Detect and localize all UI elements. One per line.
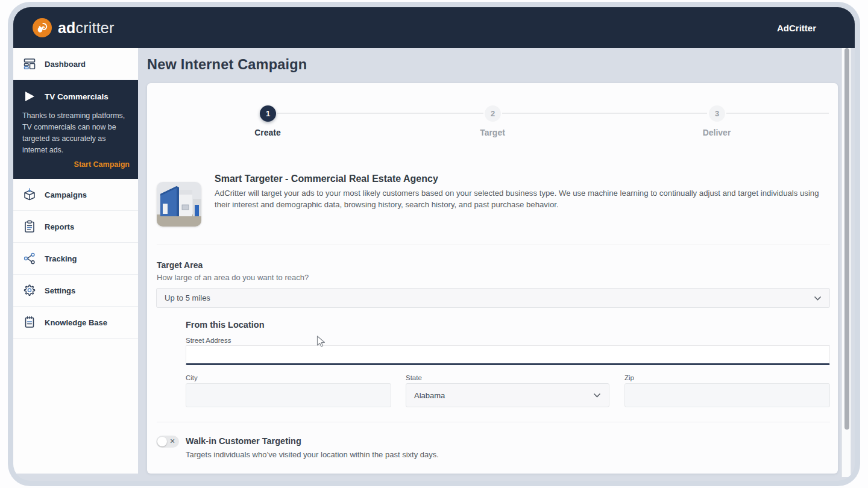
state-select[interactable]: Alabama	[406, 383, 609, 407]
account-menu[interactable]: AdCritter	[777, 23, 816, 33]
step-number: 3	[715, 109, 719, 118]
state-label: State	[406, 374, 422, 381]
logo-wordmark: adcritter	[58, 19, 114, 37]
walkin-description: Targets individuals who’ve visited your …	[186, 450, 439, 459]
clipboard-icon	[22, 220, 37, 233]
page-title: New Internet Campaign	[147, 57, 307, 73]
share-nodes-icon	[22, 252, 37, 265]
package-icon	[22, 188, 37, 201]
step-2-circle[interactable]: 2	[485, 105, 501, 122]
toggle-knob	[157, 437, 167, 446]
step-2-label: Target	[456, 128, 529, 137]
street-address-label: Street Address	[186, 337, 231, 344]
step-connector	[277, 113, 483, 114]
step-connector	[502, 113, 707, 114]
zip-input[interactable]	[624, 383, 830, 407]
chevron-down-icon	[593, 393, 609, 398]
target-area-select[interactable]: Up to 5 miles	[156, 288, 830, 308]
start-campaign-link[interactable]: Start Campaign	[22, 160, 130, 169]
vertical-scrollbar[interactable]	[841, 48, 851, 477]
sidebar-item-reports[interactable]: Reports	[13, 211, 138, 243]
sidebar-item-tracking[interactable]: Tracking	[13, 243, 138, 275]
adcritter-logo[interactable]: adcritter	[33, 18, 114, 37]
campaign-setup-card: 1 Create 2 Target 3 Deliver Smart Target…	[147, 83, 838, 474]
street-address-input[interactable]	[186, 345, 830, 365]
section-divider	[157, 245, 830, 245]
sidebar-item-label: Campaigns	[45, 190, 87, 199]
chevron-down-icon	[814, 296, 829, 301]
scrollbar-thumb[interactable]	[844, 48, 849, 430]
sidebar-item-tv-commercials[interactable]: TV Commercials	[22, 88, 130, 105]
tv-panel-description: Thanks to streaming platforms, TV commer…	[22, 110, 130, 156]
target-area-heading: Target Area	[157, 260, 203, 270]
sidebar-item-label: Settings	[45, 286, 75, 295]
top-bar: adcritter AdCritter	[13, 7, 855, 48]
city-input[interactable]	[186, 383, 391, 407]
dashboard-icon	[22, 57, 37, 70]
target-area-selected-value: Up to 5 miles	[157, 293, 210, 302]
app-window: adcritter AdCritter Dashboard TV Comme	[13, 7, 855, 481]
gear-icon	[22, 284, 37, 297]
tv-panel-title: TV Commercials	[45, 92, 108, 101]
walkin-heading: Walk-in Customer Targeting	[186, 436, 301, 446]
step-3-label: Deliver	[681, 128, 753, 137]
business-type-photo	[157, 182, 201, 227]
sidebar-item-label: Reports	[45, 222, 74, 231]
sidebar-item-campaigns[interactable]: Campaigns	[13, 179, 138, 211]
step-3-circle[interactable]: 3	[709, 105, 725, 122]
product-title: Smart Targeter - Commercial Real Estate …	[215, 174, 438, 184]
sidebar-item-label: Dashboard	[45, 60, 86, 69]
step-connector	[726, 113, 829, 114]
location-heading: From this Location	[186, 320, 265, 330]
sidebar-item-label: Tracking	[45, 254, 77, 263]
tv-commercials-panel: TV Commercials Thanks to streaming platf…	[13, 80, 138, 179]
sidebar-item-label: Knowledge Base	[45, 318, 107, 327]
squirrel-icon	[33, 18, 52, 37]
state-selected-value: Alabama	[406, 391, 445, 400]
sidebar-item-dashboard[interactable]: Dashboard	[13, 48, 138, 80]
step-number: 2	[491, 109, 495, 118]
section-divider	[157, 422, 830, 422]
mouse-cursor	[316, 336, 326, 350]
play-icon	[22, 91, 37, 102]
sidebar-item-settings[interactable]: Settings	[13, 275, 138, 307]
notepad-icon	[22, 316, 37, 329]
walkin-toggle[interactable]: ×	[156, 436, 179, 448]
step-number: 1	[266, 109, 270, 118]
target-area-question: How large of an area do you want to reac…	[157, 273, 309, 282]
sidebar: Dashboard TV Commercials Thanks to strea…	[13, 48, 138, 474]
step-1-circle[interactable]: 1	[260, 105, 276, 122]
step-1-label: Create	[231, 128, 304, 137]
sidebar-item-knowledge-base[interactable]: Knowledge Base	[13, 307, 138, 339]
zip-label: Zip	[624, 374, 634, 381]
city-label: City	[186, 374, 198, 381]
toggle-off-x-icon: ×	[170, 436, 175, 446]
product-description: AdCritter will target your ads to your m…	[215, 187, 831, 210]
